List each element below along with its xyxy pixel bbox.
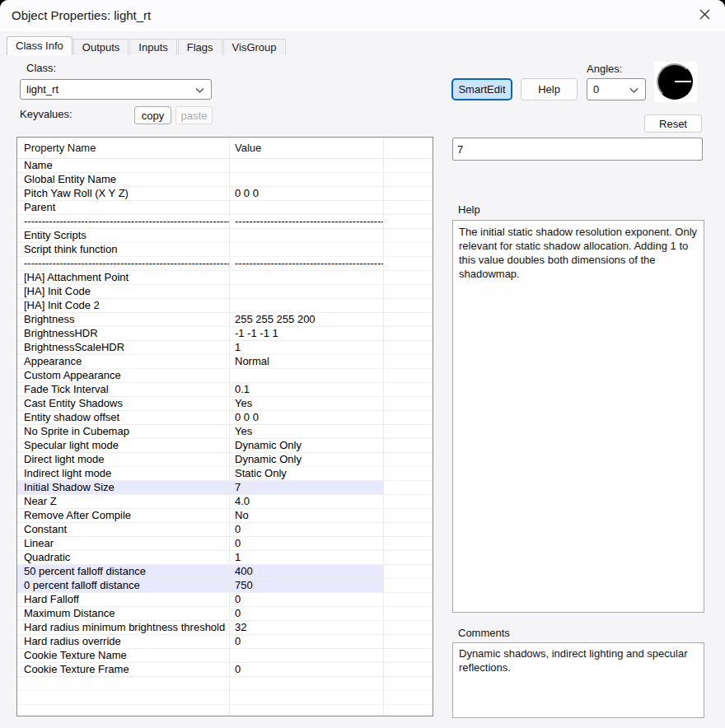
table-row[interactable]: Name — [17, 159, 433, 173]
close-button[interactable] — [689, 2, 720, 29]
table-row[interactable]: Indirect light modeStatic Only — [17, 467, 433, 481]
paste-button[interactable]: paste — [175, 106, 213, 124]
table-row[interactable]: Hard Falloff0 — [17, 593, 433, 607]
table-row[interactable]: Cast Entity ShadowsYes — [17, 397, 433, 411]
help-text-box: The initial static shadow resolution exp… — [452, 220, 704, 613]
extra-cell — [384, 607, 433, 620]
property-value-cell: 0 — [230, 537, 384, 550]
tab-class-info[interactable]: Class Info — [7, 36, 72, 55]
table-row[interactable]: Hard radius override0 — [17, 635, 433, 649]
extra-cell — [384, 467, 433, 480]
table-row-empty[interactable] — [17, 691, 433, 705]
table-row[interactable]: BrightnessHDR-1 -1 -1 1 — [17, 327, 433, 341]
extra-cell — [384, 159, 433, 172]
table-row[interactable]: Maximum Distance0 — [17, 607, 433, 621]
smartedit-button[interactable]: SmartEdit — [451, 78, 512, 100]
property-value-cell: 32 — [230, 621, 384, 634]
table-row[interactable]: Hard radius minimum brightness threshold… — [17, 621, 433, 635]
table-row[interactable]: BrightnessScaleHDR1 — [17, 341, 433, 355]
table-row[interactable]: Quadratic1 — [17, 551, 433, 565]
table-row[interactable]: [HA] Attachment Point — [17, 271, 433, 285]
help-button[interactable]: Help — [521, 78, 578, 100]
extra-cell — [384, 229, 433, 242]
property-value-cell: Yes — [230, 425, 384, 438]
copy-button[interactable]: copy — [134, 106, 171, 124]
property-name-cell: Entity shadow offset — [17, 411, 230, 424]
table-row[interactable]: Direct light modeDynamic Only — [17, 453, 433, 467]
property-value-cell: 0 — [230, 607, 384, 620]
class-dropdown-value: light_rt — [26, 83, 58, 96]
angles-label: Angles: — [587, 63, 622, 75]
angles-dropdown-value: 0 — [593, 83, 599, 96]
property-value-cell — [230, 649, 384, 662]
class-dropdown[interactable]: light_rt — [20, 79, 212, 100]
extra-cell — [384, 411, 433, 424]
tab-visgroup[interactable]: VisGroup — [223, 39, 286, 55]
tab-flags[interactable]: Flags — [178, 39, 222, 55]
property-name-cell: Appearance — [17, 355, 230, 368]
table-row[interactable]: Pitch Yaw Roll (X Y Z)0 0 0 — [17, 187, 433, 201]
extra-cell — [384, 313, 433, 326]
table-row[interactable]: AppearanceNormal — [17, 355, 433, 369]
table-row[interactable]: Initial Shadow Size7 — [17, 481, 433, 495]
table-row[interactable]: Brightness255 255 255 200 — [17, 313, 433, 327]
property-name-cell: BrightnessHDR — [17, 327, 230, 340]
table-row[interactable]: Script think function — [17, 243, 433, 257]
angle-dial-circle — [657, 63, 693, 100]
reset-button[interactable]: Reset — [644, 114, 702, 133]
property-name-cell: Entity Scripts — [17, 229, 230, 242]
table-row[interactable]: Remove After CompileNo — [17, 509, 433, 523]
table-row[interactable]: Cookie Texture Frame0 — [17, 663, 433, 677]
table-row[interactable]: Global Entity Name — [17, 173, 433, 187]
table-row[interactable]: Specular light modeDynamic Only — [17, 439, 433, 453]
extra-cell — [384, 481, 433, 494]
angle-dial-icon[interactable] — [654, 62, 697, 102]
comments-textarea[interactable] — [452, 642, 704, 718]
table-row-separator[interactable]: ----------------------------------------… — [17, 257, 433, 271]
value-editor-input[interactable] — [452, 138, 703, 161]
table-row-separator[interactable]: ----------------------------------------… — [17, 215, 433, 229]
extra-cell — [384, 355, 433, 368]
table-row[interactable]: Entity Scripts — [17, 229, 433, 243]
table-row[interactable]: Parent — [17, 201, 433, 215]
table-row[interactable]: 0 percent falloff distance750 — [17, 579, 433, 593]
angles-dropdown[interactable]: 0 — [587, 78, 646, 100]
help-section-label: Help — [458, 203, 480, 216]
chevron-down-icon — [629, 83, 638, 96]
table-row[interactable]: [HA] Init Code 2 — [17, 299, 433, 313]
property-value-cell: Yes — [230, 397, 384, 410]
column-header-value: Value — [230, 138, 384, 158]
table-row[interactable]: Custom Appearance — [17, 369, 433, 383]
extra-cell — [384, 523, 433, 536]
tab-inputs[interactable]: Inputs — [129, 39, 176, 55]
property-name-cell — [17, 691, 230, 704]
extra-cell — [384, 243, 433, 256]
property-name-cell: Custom Appearance — [17, 369, 230, 382]
property-name-cell: Indirect light mode — [17, 467, 230, 480]
property-name-cell: ----------------------------------------… — [17, 257, 230, 270]
table-row[interactable]: Linear0 — [17, 537, 433, 551]
table-row-empty[interactable] — [17, 677, 433, 691]
property-value-cell: 1 — [230, 551, 384, 564]
property-value-cell: Static Only — [230, 467, 384, 480]
extra-cell — [384, 621, 433, 634]
property-name-cell: Linear — [17, 537, 230, 550]
extra-cell — [384, 551, 433, 564]
table-row[interactable]: Fade Tick Interval0.1 — [17, 383, 433, 397]
property-value-cell — [230, 677, 384, 690]
table-row-empty[interactable] — [17, 705, 433, 716]
table-row[interactable]: Cookie Texture Name — [17, 649, 433, 663]
table-row[interactable]: 50 percent falloff distance400 — [17, 565, 433, 579]
property-name-cell: [HA] Attachment Point — [17, 271, 230, 284]
property-value-cell: -1 -1 -1 1 — [230, 327, 384, 340]
dialog-title: Object Properties: light_rt — [12, 0, 151, 31]
table-row[interactable]: Entity shadow offset0 0 0 — [17, 411, 433, 425]
table-row[interactable]: Near Z4.0 — [17, 495, 433, 509]
property-value-cell: 0 0 0 — [230, 187, 384, 200]
extra-cell — [384, 495, 433, 508]
table-row[interactable]: Constant0 — [17, 523, 433, 537]
table-row[interactable]: [HA] Init Code — [17, 285, 433, 299]
property-value-cell: ----------------------------------------… — [230, 215, 384, 228]
tab-outputs[interactable]: Outputs — [73, 39, 129, 55]
table-row[interactable]: No Sprite in CubemapYes — [17, 425, 433, 439]
